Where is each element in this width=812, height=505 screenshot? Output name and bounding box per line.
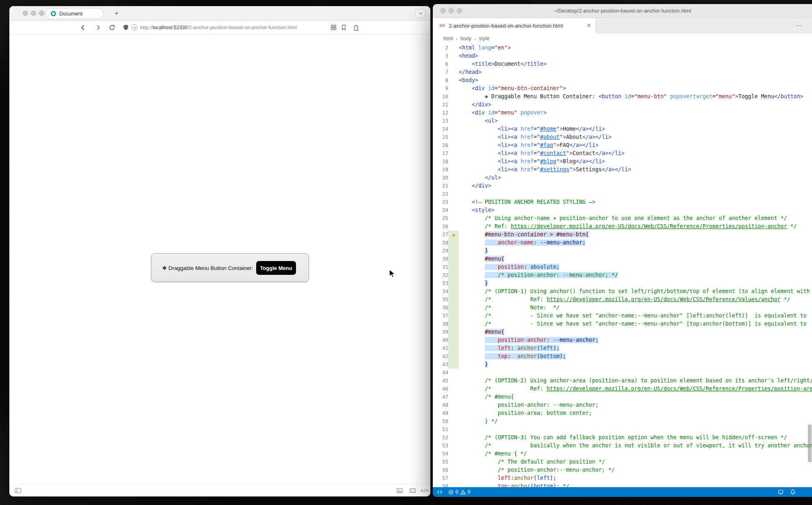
bell-icon[interactable]	[790, 489, 796, 495]
code-line-text[interactable]: <html lang="en">	[459, 44, 812, 52]
code-line-text[interactable]: </div>	[459, 182, 812, 190]
reload-button[interactable]	[108, 24, 116, 31]
code-line-text[interactable]: <li><a href="#faq">FAQ</a></li>	[459, 141, 812, 149]
code-line-text[interactable]: /* Ref: https://developer.mozilla.org/en…	[459, 385, 812, 393]
line-number[interactable]: 3	[433, 52, 448, 60]
line-number[interactable]: 7	[433, 68, 448, 76]
line-number[interactable]: 41	[433, 344, 448, 352]
code-line-text[interactable]: /* position-anchor: --menu-anchor; */	[459, 271, 812, 279]
line-number[interactable]: 19	[433, 166, 448, 174]
line-number[interactable]: 35	[433, 296, 448, 304]
toggle-menu-button[interactable]: Toggle Menu	[256, 261, 296, 275]
code-line-text[interactable]: <div id="menu-btn-container">	[459, 84, 812, 93]
line-number[interactable]: 31	[433, 263, 448, 271]
code-line-text[interactable]: /* - Since we have set "anchor-name:--me…	[459, 312, 812, 320]
code-line-text[interactable]: <li><a href="#contact">Contact</a></li>	[459, 149, 812, 158]
line-number[interactable]: 28	[433, 239, 448, 247]
code-line-text[interactable]: <li><a href="#about">About</a></li>	[459, 133, 812, 141]
code-line-text[interactable]: <li><a href="#blog">Blog</a></li>	[459, 158, 812, 166]
code-line-text[interactable]: <!— POSITION ANCHOR RELATED STYLING —>	[459, 198, 812, 206]
line-number[interactable]: 20	[433, 174, 448, 182]
line-number[interactable]: 47	[433, 393, 448, 401]
code-line-text[interactable]: top:anchor(bottom); */	[459, 482, 812, 487]
container-badge[interactable]: v	[132, 24, 138, 30]
code-line-text[interactable]: /* Ref: https://developer.mozilla.org/en…	[459, 222, 812, 231]
line-number[interactable]: 30	[433, 255, 448, 263]
new-tab-button[interactable]: +	[112, 9, 121, 18]
line-number[interactable]: 37	[433, 312, 448, 320]
line-number[interactable]: 54	[433, 450, 448, 458]
line-number[interactable]: 13	[433, 117, 448, 125]
line-number[interactable]: 6	[433, 60, 448, 68]
code-line-text[interactable]: <li><a href="#home">Home</a></li>	[459, 125, 812, 133]
line-number[interactable]: 40	[433, 336, 448, 344]
code-line-text[interactable]: /* Ref: https://developer.mozilla.org/en…	[459, 296, 812, 304]
code-line-text[interactable]	[459, 425, 812, 434]
grid-icon[interactable]	[330, 24, 337, 31]
minimize-window-button[interactable]	[31, 11, 36, 16]
line-number[interactable]: 18	[433, 158, 448, 166]
code-line-text[interactable]: <ul>	[459, 117, 812, 125]
line-number[interactable]: 12	[433, 109, 448, 117]
line-number[interactable]: 38	[433, 320, 448, 328]
more-actions-button[interactable]: ⋯	[796, 18, 802, 33]
line-number[interactable]: 17	[433, 149, 448, 158]
extensions-puzzle-icon[interactable]	[352, 24, 359, 31]
line-number[interactable]: 25	[433, 214, 448, 222]
code-line-text[interactable]: <li><a href="#settings">Settings</a></li…	[459, 166, 812, 174]
line-number[interactable]: 56	[433, 466, 448, 474]
line-number[interactable]: 34	[433, 287, 448, 296]
line-number[interactable]: 15	[433, 133, 448, 141]
code-line-text[interactable]: ❖ Draggable Menu Button Container: <butt…	[459, 93, 812, 101]
code-line-text[interactable]: /* #menu { */	[459, 450, 812, 458]
code-line-text[interactable]: </div>	[459, 101, 812, 109]
code-line-text[interactable]: <body>	[459, 76, 812, 84]
line-number[interactable]: 57	[433, 474, 448, 482]
code-line-text[interactable]: </ul>	[459, 174, 812, 182]
screencast-icon[interactable]	[778, 489, 784, 495]
line-number[interactable]: 43	[433, 360, 448, 369]
editor-tab-active[interactable]: <> 2-anchor-position-based-on-anchor-fun…	[433, 18, 596, 33]
line-number[interactable]: 21	[433, 182, 448, 190]
code-line-text[interactable]: top: anchor(bottom);	[459, 352, 812, 360]
line-number[interactable]: 8	[433, 76, 448, 84]
code-line-text[interactable]	[459, 190, 812, 198]
code-line-text[interactable]: /* The default anchor position */	[459, 458, 812, 466]
code-line-text[interactable]	[459, 369, 812, 377]
line-number[interactable]: 11	[433, 101, 448, 109]
line-number[interactable]: 53	[433, 442, 448, 450]
code-line-text[interactable]: }	[459, 279, 812, 287]
line-number[interactable]: 16	[433, 141, 448, 149]
code-line-text[interactable]: </head>	[459, 68, 812, 76]
code-line-text[interactable]: /* - Since we have set "anchor-name:--me…	[459, 320, 812, 328]
line-number[interactable]: 2	[433, 44, 448, 52]
remote-indicator[interactable]	[437, 489, 443, 495]
line-number[interactable]: 46	[433, 385, 448, 393]
code-line-text[interactable]: position-area: bottom center;	[459, 409, 812, 417]
line-number[interactable]: 51	[433, 425, 448, 434]
url-bar[interactable]: http://localhost:52330/2-anchor-position…	[140, 21, 297, 34]
code-line-text[interactable]: /* Using anchor-name + position-anchor t…	[459, 214, 812, 222]
code-line-text[interactable]: left: anchor(left);	[459, 344, 812, 352]
code-line-text[interactable]: <style>	[459, 206, 812, 214]
zoom-window-button[interactable]	[39, 11, 44, 16]
breadcrumb-item-html[interactable]: html	[443, 36, 453, 41]
code-line-text[interactable]: <head>	[459, 52, 812, 60]
line-number[interactable]: 23	[433, 198, 448, 206]
code-line-text[interactable]: #menu-btn-container > #menu-btn{	[459, 231, 812, 239]
line-number[interactable]: 42	[433, 352, 448, 360]
code-line-text[interactable]: <div id="menu" popover>	[459, 109, 812, 117]
code-line-text[interactable]: /* (OPTION-3) You can add fallback posit…	[459, 434, 812, 442]
code-line-text[interactable]: /* (OPTION-2) Using anchor-area (positio…	[459, 377, 812, 385]
breadcrumb-item-style[interactable]: style	[479, 36, 489, 41]
code-line-text[interactable]: }	[459, 360, 812, 369]
line-number[interactable]: 27	[433, 231, 448, 239]
line-number[interactable]: 39	[433, 328, 448, 336]
problems-indicator[interactable]: 0 0	[448, 489, 471, 495]
film-icon[interactable]	[409, 487, 416, 494]
shield-icon[interactable]	[122, 24, 130, 31]
editor-code[interactable]: 2<html lang="en">3<head>6 <title>Documen…	[433, 44, 812, 487]
code-line-text[interactable]: anchor-name: --menu-anchor;	[459, 239, 812, 247]
code-line-text[interactable]: position-anchor: --menu-anchor;	[459, 401, 812, 409]
line-number[interactable]: 44	[433, 369, 448, 377]
